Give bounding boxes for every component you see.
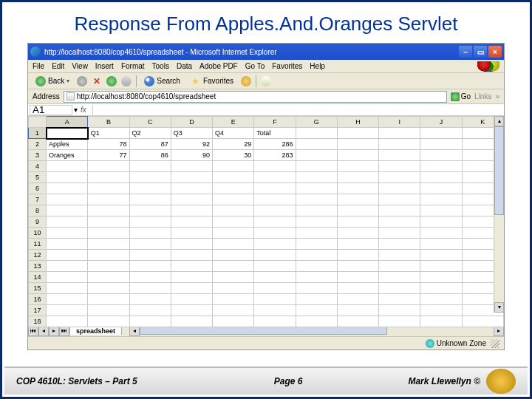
cell[interactable] bbox=[171, 239, 212, 250]
cell[interactable] bbox=[296, 261, 337, 272]
cell[interactable] bbox=[420, 172, 462, 183]
cell[interactable] bbox=[420, 216, 462, 228]
row-2[interactable]: 2 bbox=[29, 139, 47, 150]
cell[interactable] bbox=[420, 161, 462, 172]
cell[interactable] bbox=[337, 283, 378, 294]
cell[interactable]: Q2 bbox=[129, 128, 171, 139]
scroll-up-icon[interactable]: ▴ bbox=[494, 116, 504, 126]
cell[interactable] bbox=[129, 216, 171, 228]
row-18[interactable]: 18 bbox=[29, 316, 47, 327]
cell[interactable] bbox=[296, 128, 337, 139]
cell[interactable] bbox=[379, 128, 420, 139]
cell[interactable] bbox=[213, 216, 254, 228]
row-7[interactable]: 7 bbox=[29, 194, 47, 205]
row-14[interactable]: 14 bbox=[29, 272, 47, 283]
cell[interactable]: Q1 bbox=[88, 128, 129, 139]
cell[interactable]: 29 bbox=[213, 139, 254, 150]
cell[interactable]: 92 bbox=[171, 139, 212, 150]
cell[interactable] bbox=[296, 305, 337, 316]
cell[interactable] bbox=[213, 205, 254, 216]
cell[interactable] bbox=[420, 228, 462, 239]
row-4[interactable]: 4 bbox=[29, 161, 47, 172]
refresh-button[interactable] bbox=[106, 76, 117, 86]
menu-insert[interactable]: Insert bbox=[95, 62, 114, 70]
cell[interactable] bbox=[88, 316, 129, 327]
cell[interactable] bbox=[129, 283, 171, 294]
cell[interactable] bbox=[47, 239, 88, 250]
cell[interactable] bbox=[47, 194, 88, 205]
cell[interactable] bbox=[379, 150, 420, 161]
col-E[interactable]: E bbox=[213, 117, 254, 128]
cell[interactable] bbox=[47, 172, 88, 183]
menu-view[interactable]: View bbox=[72, 62, 88, 70]
cell[interactable] bbox=[47, 161, 88, 172]
cell[interactable] bbox=[420, 294, 462, 305]
cell[interactable] bbox=[420, 139, 462, 150]
cell[interactable] bbox=[129, 250, 171, 261]
search-button[interactable]: Search bbox=[141, 75, 183, 87]
cell[interactable] bbox=[296, 205, 337, 216]
scroll-thumb[interactable] bbox=[494, 126, 504, 215]
cell[interactable] bbox=[129, 161, 171, 172]
cell[interactable] bbox=[337, 272, 378, 283]
cell[interactable] bbox=[129, 205, 171, 216]
cell[interactable] bbox=[129, 228, 171, 239]
cell[interactable] bbox=[88, 205, 129, 216]
cell[interactable] bbox=[47, 205, 88, 216]
cell[interactable] bbox=[379, 261, 420, 272]
cell[interactable]: 87 bbox=[129, 139, 171, 150]
cell[interactable] bbox=[296, 150, 337, 161]
cell[interactable] bbox=[296, 283, 337, 294]
cell[interactable] bbox=[420, 150, 462, 161]
cell[interactable] bbox=[129, 305, 171, 316]
cell[interactable] bbox=[171, 272, 212, 283]
cell[interactable] bbox=[254, 261, 296, 272]
cell[interactable]: Oranges bbox=[47, 150, 88, 161]
cell[interactable] bbox=[296, 228, 337, 239]
cell[interactable] bbox=[337, 316, 378, 327]
col-B[interactable]: B bbox=[88, 117, 129, 128]
fx-icon[interactable]: fx bbox=[81, 106, 89, 115]
scroll-down-icon[interactable]: ▾ bbox=[494, 302, 504, 313]
cell[interactable]: 90 bbox=[171, 150, 212, 161]
cell[interactable] bbox=[129, 183, 171, 194]
row-13[interactable]: 13 bbox=[29, 261, 47, 272]
cell[interactable] bbox=[88, 216, 129, 228]
cell[interactable] bbox=[379, 183, 420, 194]
cell[interactable] bbox=[254, 272, 296, 283]
row-12[interactable]: 12 bbox=[29, 250, 47, 261]
cell[interactable] bbox=[254, 316, 296, 327]
maximize-button[interactable]: ▭ bbox=[474, 46, 487, 58]
cell[interactable] bbox=[47, 183, 88, 194]
cell[interactable] bbox=[213, 228, 254, 239]
resize-grip-icon[interactable] bbox=[491, 339, 499, 348]
vertical-scrollbar[interactable]: ▴ ▾ bbox=[494, 116, 504, 313]
cell[interactable] bbox=[379, 194, 420, 205]
cell[interactable] bbox=[254, 228, 296, 239]
cell[interactable] bbox=[420, 183, 462, 194]
cell[interactable] bbox=[88, 194, 129, 205]
cell[interactable] bbox=[213, 161, 254, 172]
cell[interactable]: Total bbox=[254, 128, 296, 139]
cell[interactable] bbox=[213, 272, 254, 283]
row-11[interactable]: 11 bbox=[29, 239, 47, 250]
row-15[interactable]: 15 bbox=[29, 283, 47, 294]
row-1[interactable]: 1 bbox=[29, 128, 47, 139]
cell[interactable] bbox=[88, 228, 129, 239]
cell[interactable] bbox=[129, 194, 171, 205]
cell[interactable] bbox=[296, 239, 337, 250]
menu-format[interactable]: Format bbox=[121, 62, 145, 70]
cell[interactable] bbox=[379, 139, 420, 150]
cell[interactable] bbox=[47, 261, 88, 272]
cell[interactable] bbox=[47, 305, 88, 316]
favorites-button[interactable]: ★Favorites bbox=[188, 75, 236, 87]
cell[interactable] bbox=[88, 283, 129, 294]
cell[interactable] bbox=[171, 305, 212, 316]
cell[interactable]: Apples bbox=[47, 139, 88, 150]
cell[interactable] bbox=[254, 239, 296, 250]
row-3[interactable]: 3 bbox=[29, 150, 47, 161]
close-button[interactable]: × bbox=[488, 46, 502, 58]
cell[interactable] bbox=[420, 239, 462, 250]
menu-goto[interactable]: Go To bbox=[245, 62, 265, 70]
cell[interactable] bbox=[213, 283, 254, 294]
